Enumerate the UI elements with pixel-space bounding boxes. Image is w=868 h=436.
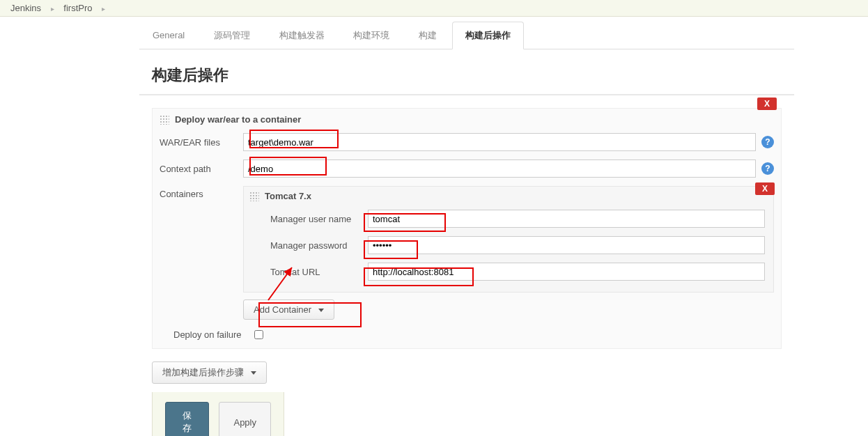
deploy-panel-title: Deploy war/ear to a container — [175, 114, 301, 125]
apply-button[interactable]: Apply — [219, 402, 271, 436]
tomcat-url-input[interactable] — [368, 263, 765, 281]
tomcat-subpanel: X Tomcat 7.x Manager user name Manager p… — [243, 186, 774, 293]
row-war-files: WAR/EAR files ? — [153, 129, 781, 155]
tab-scm[interactable]: 源码管理 — [201, 22, 263, 49]
chevron-right-icon: ▸ — [102, 5, 105, 13]
tab-build[interactable]: 构建 — [405, 22, 450, 49]
tab-triggers[interactable]: 构建触发器 — [266, 22, 338, 49]
save-button[interactable]: 保存 — [165, 402, 209, 436]
deploy-panel: X Deploy war/ear to a container WAR/EAR … — [152, 108, 782, 349]
manager-user-label: Manager user name — [270, 214, 368, 224]
drag-handle-icon[interactable] — [160, 115, 169, 125]
close-icon[interactable]: X — [757, 98, 777, 110]
breadcrumb: Jenkins ▸ firstPro ▸ — [0, 0, 868, 17]
breadcrumb-root[interactable]: Jenkins — [10, 3, 41, 13]
tomcat-subpanel-header[interactable]: Tomcat 7.x — [249, 191, 768, 205]
caret-down-icon — [251, 371, 256, 375]
containers-label: Containers — [160, 186, 243, 199]
row-manager-password: Manager password — [249, 232, 768, 258]
config-tabs: General 源码管理 构建触发器 构建环境 构建 构建后操作 — [139, 21, 794, 49]
row-containers: Containers X Tomcat 7.x Manager user nam… — [153, 182, 781, 324]
deploy-on-failure-checkbox[interactable] — [254, 330, 263, 339]
help-icon[interactable]: ? — [761, 162, 774, 175]
caret-down-icon — [318, 309, 324, 312]
section-title: 构建后操作 — [139, 49, 794, 95]
tab-env[interactable]: 构建环境 — [340, 22, 403, 49]
add-post-build-step-label: 增加构建后操作步骤 — [162, 367, 244, 377]
help-icon[interactable]: ? — [761, 136, 774, 148]
row-context-path: Context path ? — [153, 155, 781, 182]
add-container-button[interactable]: Add Container — [243, 299, 334, 320]
footer-actions: 保存 Apply — [152, 392, 284, 436]
tab-post-build[interactable]: 构建后操作 — [452, 22, 524, 49]
drag-handle-icon[interactable] — [249, 192, 259, 201]
manager-password-input[interactable] — [368, 236, 765, 254]
war-files-label: WAR/EAR files — [160, 137, 243, 148]
row-tomcat-url: Tomcat URL — [249, 258, 768, 285]
chevron-right-icon: ▸ — [51, 5, 54, 13]
context-path-label: Context path — [160, 164, 243, 174]
tab-general[interactable]: General — [139, 22, 198, 48]
war-files-input[interactable] — [243, 133, 756, 151]
add-container-label: Add Container — [254, 304, 311, 315]
deploy-panel-header[interactable]: Deploy war/ear to a container — [153, 109, 781, 129]
close-icon[interactable]: X — [755, 182, 775, 195]
add-post-build-step-button[interactable]: 增加构建后操作步骤 — [152, 361, 267, 384]
tomcat-url-label: Tomcat URL — [270, 267, 368, 277]
manager-password-label: Manager password — [270, 240, 368, 251]
row-deploy-on-failure: Deploy on failure — [153, 324, 781, 340]
row-manager-user: Manager user name — [249, 205, 768, 232]
breadcrumb-item[interactable]: firstPro — [63, 3, 92, 13]
deploy-on-failure-label: Deploy on failure — [173, 329, 242, 340]
context-path-input[interactable] — [243, 159, 756, 178]
tomcat-title: Tomcat 7.x — [265, 191, 311, 201]
manager-user-input[interactable] — [368, 210, 765, 228]
